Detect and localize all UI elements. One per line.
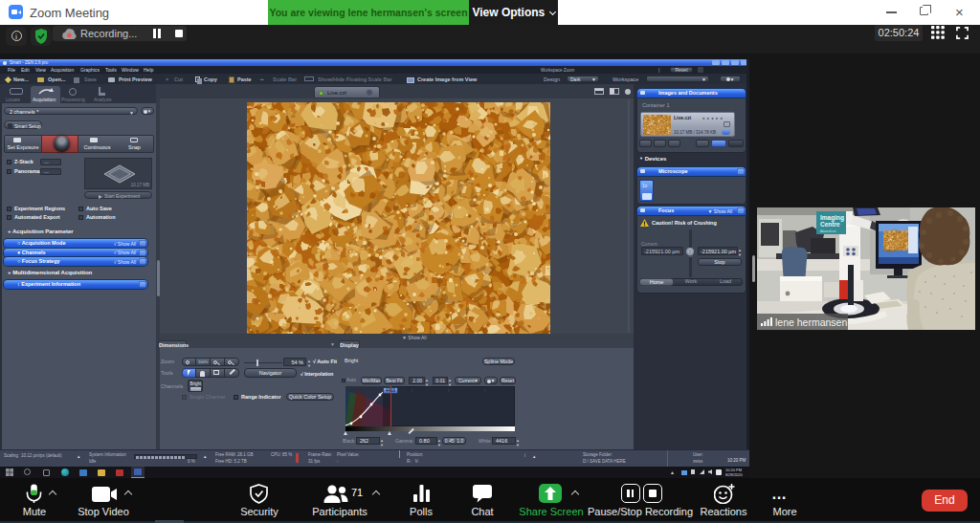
svg-text:Centre: Centre xyxy=(820,221,840,228)
svg-text:Advanced unit: Advanced unit xyxy=(820,229,836,233)
